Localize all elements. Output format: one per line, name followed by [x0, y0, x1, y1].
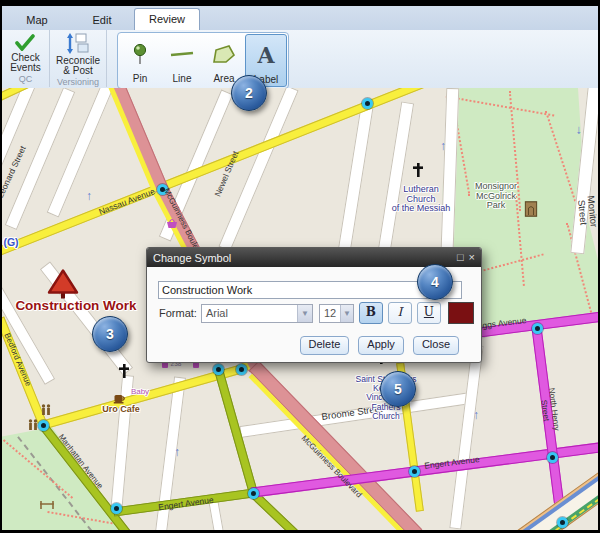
- group-label-versioning: Versioning: [50, 77, 106, 87]
- vertex-dot: [547, 452, 558, 463]
- oneway-arrow-icon: ↑: [174, 446, 180, 458]
- ribbon-group-qc: Check Events QC: [2, 30, 50, 87]
- cafe-name-label: Uro Cafe: [102, 405, 140, 415]
- line-icon: [170, 34, 194, 73]
- vertex-dot: [362, 98, 373, 109]
- check-events-button[interactable]: Check Events: [6, 33, 45, 74]
- reconcile-post-button[interactable]: Reconcile & Post: [52, 32, 104, 77]
- ribbon-group-markup: Pin Line Area: [107, 30, 299, 87]
- delete-button[interactable]: Delete: [300, 336, 350, 355]
- church-name-label: Lutheran Church of the Messiah: [392, 185, 451, 214]
- window-close-icon[interactable]: ×: [469, 252, 475, 263]
- callout-badge-5: 5: [380, 371, 416, 407]
- close-button[interactable]: Close: [413, 336, 459, 355]
- building-icon: [525, 201, 538, 221]
- vertex-dot: [532, 323, 543, 334]
- font-size-select[interactable]: 12 ▼: [319, 304, 354, 323]
- ribbon: Map Edit Review Check Events QC: [2, 6, 598, 89]
- format-row: Format: Arial ▼ 12 ▼ B I U: [159, 303, 474, 323]
- vertex-dot: [111, 503, 122, 514]
- apply-button[interactable]: Apply: [358, 336, 404, 355]
- oneway-arrow-icon: ↑: [576, 125, 582, 137]
- street: [338, 101, 374, 251]
- park-name-label: Monsignor McGolrick Park: [475, 182, 517, 211]
- vertex-dot: [38, 420, 49, 431]
- pedestrians-icon: [40, 402, 52, 420]
- reconcile-icon: [66, 33, 90, 56]
- color-swatch[interactable]: [448, 302, 474, 324]
- callout-badge-3: 3: [92, 316, 128, 352]
- pin-icon: [130, 34, 150, 73]
- vertex-dot: [557, 517, 568, 528]
- oneway-arrow-icon: ↑: [86, 190, 92, 202]
- area-icon: [212, 34, 236, 73]
- bench-icon: [39, 496, 55, 514]
- tab-map[interactable]: Map: [10, 11, 64, 30]
- shop-name-label: Baby: [131, 388, 149, 397]
- italic-button[interactable]: I: [388, 302, 412, 324]
- street: [378, 101, 414, 251]
- underline-button[interactable]: U: [417, 302, 441, 324]
- vertex-dot: [248, 488, 259, 499]
- group-label-qc: QC: [2, 74, 49, 87]
- street: [449, 344, 483, 529]
- tab-review[interactable]: Review: [134, 8, 200, 30]
- ribbon-tab-bar: Map Edit Review: [2, 6, 598, 30]
- ribbon-group-versioning: Reconcile & Post Versioning: [50, 30, 107, 87]
- pedestrians-icon: [27, 417, 39, 435]
- north-henry-street-label: North Henry Street: [537, 385, 560, 436]
- dialog-title: Change Symbol: [153, 252, 452, 264]
- font-family-select[interactable]: Arial ▼: [201, 304, 313, 323]
- oneway-arrow-icon: ↑: [440, 140, 446, 152]
- nassau-avenue-label: Nassau Avenue: [98, 187, 157, 217]
- application-window: Map Edit Review Check Events QC: [0, 0, 600, 533]
- format-label: Format:: [159, 307, 197, 319]
- vertex-dot: [236, 364, 247, 375]
- tab-edit[interactable]: Edit: [80, 11, 124, 30]
- pin-button[interactable]: Pin: [119, 34, 161, 85]
- monitor-street-label: Monitor Street: [575, 195, 598, 229]
- line-button[interactable]: Line: [161, 34, 203, 85]
- cross-icon: [117, 363, 131, 383]
- window-maximize-icon[interactable]: □: [457, 252, 464, 263]
- subway-station-label: (G): [3, 237, 18, 248]
- cross-icon: [411, 162, 425, 182]
- construction-work-label[interactable]: Construction Work: [15, 299, 136, 314]
- newel-street-label: Newel Street: [213, 150, 240, 198]
- callout-badge-2: 2: [231, 75, 267, 111]
- bold-button[interactable]: B: [359, 302, 383, 324]
- chevron-down-icon[interactable]: ▼: [297, 305, 312, 322]
- vertex-dot: [213, 364, 224, 375]
- oneway-arrow-icon: ↑: [473, 409, 479, 421]
- check-icon: [14, 34, 36, 53]
- vertex-dot: [409, 466, 420, 477]
- callout-badge-4: 4: [417, 264, 453, 300]
- chevron-down-icon[interactable]: ▼: [340, 305, 353, 322]
- label-icon: A: [257, 35, 274, 74]
